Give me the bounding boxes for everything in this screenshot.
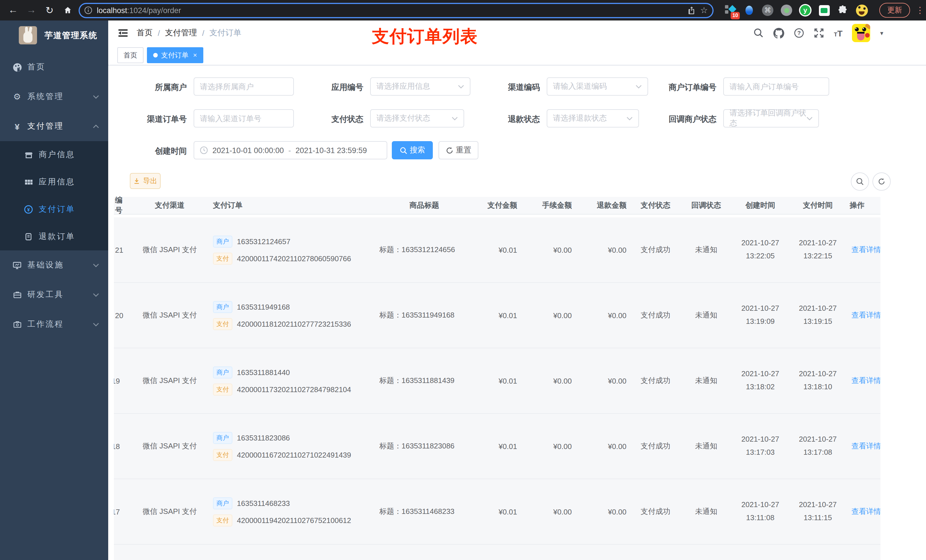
chevron-up-icon [93, 124, 99, 128]
merchant-order-no: 1635311949168 [237, 302, 290, 311]
channel-order-no: 4200001174202110278060590766 [237, 254, 351, 263]
extension-command-icon[interactable]: ⌘ [761, 4, 774, 17]
app-logo[interactable]: 芋道管理系统 [0, 21, 108, 50]
browser-chrome: ← → ↻ localhost :1024/pay/order ☆ 10 ⌘ y [0, 0, 926, 21]
view-detail-label: 查看详情 [851, 376, 881, 386]
breadcrumb-payment[interactable]: 支付管理 [165, 28, 197, 38]
pay-status: 支付成功 [630, 376, 681, 386]
extension-strip: 10 ⌘ y [724, 4, 868, 17]
table-row: 18 微信 JSAPI 支付 商户 1635311823086 支付 42000… [114, 414, 881, 479]
refresh-table-button[interactable] [873, 172, 891, 191]
merchant-tag: 商户 [213, 301, 232, 313]
sidebar-item-payment[interactable]: ¥ 支付管理 [0, 112, 108, 141]
collapse-sidebar-icon[interactable] [117, 27, 129, 39]
browser-home-icon[interactable] [61, 3, 75, 18]
pay-channel: 微信 JSAPI 支付 [130, 441, 210, 451]
date-start[interactable]: 2021-10-01 00:00:00 [212, 146, 284, 154]
yen-circle-icon: ¥ [23, 205, 34, 214]
date-end[interactable]: 2021-10-31 23:59:59 [295, 146, 367, 154]
merchant-order-no-input[interactable] [723, 77, 829, 96]
view-detail-link[interactable]: 查看详情 [850, 376, 877, 386]
sidebar-item-workflow[interactable]: 工作流程 [0, 309, 108, 339]
tab-home[interactable]: 首页 [117, 47, 144, 63]
refund-amount: ¥0.00 [575, 376, 630, 385]
order-id: 21 [114, 246, 130, 254]
gear-icon: ⚙ [11, 92, 23, 102]
github-icon[interactable] [773, 27, 784, 38]
toggle-search-button[interactable] [851, 172, 869, 191]
browser-menu-icon[interactable]: ⋮ [916, 5, 924, 15]
logo-rabbit-image [19, 26, 37, 44]
pay-order-numbers: 商户 1635312124657 支付 42000011742021102780… [210, 235, 376, 264]
extension-chat-icon[interactable] [818, 4, 830, 17]
share-icon[interactable] [687, 6, 696, 15]
channel-order-no: 4200001194202110276752100612 [237, 516, 351, 524]
tab-pay-order[interactable]: 支付订单 × [147, 47, 203, 63]
reset-button[interactable]: 重置 [439, 141, 478, 159]
app-select[interactable]: 请选择应用信息 [370, 77, 471, 96]
merchant-input[interactable] [194, 77, 294, 96]
browser-back-icon[interactable]: ← [6, 3, 21, 18]
extensions-puzzle-icon[interactable] [837, 4, 849, 17]
breadcrumb-home[interactable]: 首页 [137, 28, 153, 38]
product-title: 标题：1635311949168 [376, 310, 473, 320]
notify-status-select[interactable]: 请选择订单回调商户状态 [723, 109, 819, 127]
monitor-icon [11, 261, 23, 269]
address-bar[interactable]: localhost :1024/pay/order ☆ [79, 3, 714, 18]
sidebar-item-dev-tools[interactable]: 研发工具 [0, 280, 108, 309]
download-icon [133, 178, 140, 184]
sidebar-item-app-info[interactable]: 应用信息 [0, 169, 108, 196]
extension-recorder-icon[interactable] [780, 4, 793, 17]
avatar-caret-icon[interactable]: ▾ [880, 29, 919, 37]
browser-update-button[interactable]: 更新 [879, 3, 910, 18]
sidebar-item-refund-order[interactable]: 退款订单 [0, 223, 108, 251]
chevron-down-icon [93, 263, 99, 267]
extension-diamond-icon[interactable]: 10 [724, 4, 736, 17]
sidebar-item-merchant-info[interactable]: 商户信息 [0, 141, 108, 169]
view-detail-link[interactable]: 查看详情 [850, 245, 877, 255]
channel-order-no-input[interactable] [194, 109, 294, 127]
extension-yudao-icon[interactable]: y [799, 4, 811, 17]
sidebar-item-infra[interactable]: 基础设施 [0, 251, 108, 280]
export-button[interactable]: 导出 [130, 173, 160, 189]
filter-label-channel-order-no: 渠道订单号 [125, 109, 187, 128]
pay-time: 2021-10-2713:18:10 [789, 368, 846, 394]
fee-amount: ¥0.00 [520, 507, 575, 516]
view-detail-link[interactable]: 查看详情 [850, 441, 877, 451]
site-info-icon[interactable] [84, 6, 92, 14]
search-button[interactable]: 搜索 [392, 141, 433, 159]
view-detail-link[interactable]: 查看详情 [850, 310, 877, 320]
extension-balloon-icon[interactable] [743, 4, 755, 17]
table-row: 19 微信 JSAPI 支付 商户 1635311881440 支付 42000… [114, 348, 881, 414]
fullscreen-icon[interactable] [814, 28, 824, 38]
breadcrumb: 首页 / 支付管理 / 支付订单 [137, 28, 242, 38]
merchant-order-no: 1635312124657 [237, 237, 291, 246]
help-icon[interactable]: ? [794, 28, 804, 38]
view-detail-link[interactable]: 查看详情 [850, 507, 877, 517]
dashboard-icon [11, 62, 23, 72]
pay-order-numbers: 商户 1635311823086 支付 42000011672021102710… [210, 432, 376, 461]
pay-status-select[interactable]: 请选择支付状态 [370, 109, 464, 127]
row-actions: 查看详情 [846, 245, 881, 255]
pay-status: 支付成功 [630, 507, 681, 517]
search-icon[interactable] [754, 28, 764, 38]
create-time: 2021-10-2713:19:09 [731, 302, 789, 328]
refund-status-select[interactable]: 请选择退款状态 [547, 109, 639, 127]
sidebar-item-system[interactable]: ⚙ 系统管理 [0, 82, 108, 112]
bookmark-star-icon[interactable]: ☆ [700, 5, 708, 15]
user-avatar[interactable] [852, 24, 870, 42]
create-time: 2021-10-2713:17:03 [731, 433, 789, 459]
browser-forward-icon[interactable]: → [24, 3, 39, 18]
profile-face-icon[interactable] [855, 4, 868, 17]
date-range-picker[interactable]: 2021-10-01 00:00:00 - 2021-10-31 23:59:5… [194, 141, 387, 159]
font-size-icon[interactable]: TT [834, 28, 843, 38]
sidebar-item-home[interactable]: 首页 [0, 52, 108, 82]
channel-code-select[interactable]: 请输入渠道编码 [547, 77, 648, 96]
chevron-down-icon [452, 116, 458, 120]
extension-badge: 10 [731, 12, 740, 20]
close-tab-icon[interactable]: × [193, 51, 197, 59]
date-separator: - [289, 146, 291, 154]
sidebar-item-pay-order[interactable]: ¥ 支付订单 [0, 196, 108, 223]
search-icon [856, 178, 864, 186]
browser-reload-icon[interactable]: ↻ [42, 3, 57, 18]
